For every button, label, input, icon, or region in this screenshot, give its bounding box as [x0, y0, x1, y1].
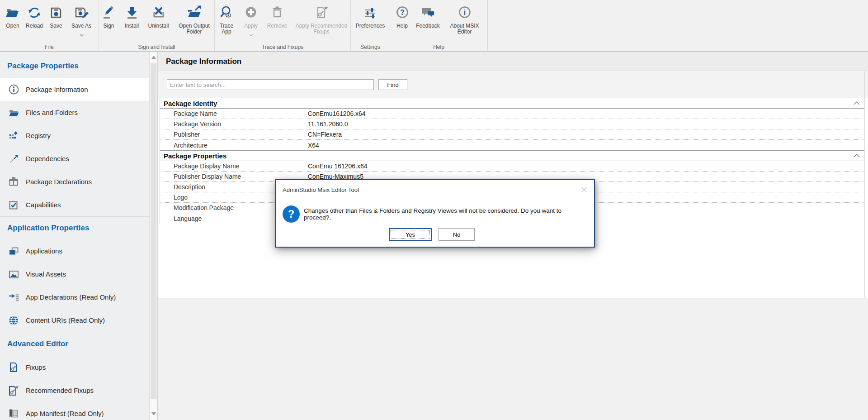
preferences-button[interactable]: Preferences	[352, 2, 388, 29]
sidebar-section-package-properties: Package Properties	[0, 52, 149, 78]
dialog-title-bar: AdminStudio Msix Editor Tool	[276, 180, 594, 196]
folder-icon	[7, 107, 20, 119]
sidebar-item-visual-assets[interactable]: Visual Assets	[0, 262, 149, 286]
ribbon-group-label-file: File	[0, 44, 99, 50]
sidebar-item-app-manifest[interactable]: App Manifest (Read Only)	[0, 402, 149, 420]
image-icon	[7, 268, 20, 280]
ribbon-toolbar: Open Reload Save Save As	[0, 0, 868, 52]
collapse-chevron-icon[interactable]	[853, 101, 860, 105]
trace-app-button[interactable]: Trace App	[214, 2, 239, 35]
apply-plus-icon	[244, 2, 258, 23]
sidebar-item-fixups[interactable]: Fixups	[0, 356, 149, 379]
help-question-icon: ?	[395, 2, 410, 23]
sidebar-scrollbar[interactable]	[149, 52, 157, 420]
search-bar: Find	[158, 71, 868, 98]
ribbon-group-label-trace-fixups: Trace and Fixups	[215, 44, 350, 50]
ribbon-group-label-settings: Settings	[351, 44, 390, 50]
ribbon-group-settings: Preferences Settings	[351, 0, 390, 51]
ribbon-group-trace-fixups: Trace App Apply Remove	[215, 0, 351, 51]
reload-icon	[27, 2, 42, 23]
save-button[interactable]: Save	[46, 2, 66, 33]
apply-button: Apply	[240, 2, 262, 35]
windows-icon	[7, 245, 20, 257]
content-right-gutter	[864, 71, 865, 298]
registry-icon	[7, 130, 20, 142]
info-icon	[7, 84, 20, 95]
uninstall-button[interactable]: Uninstall	[145, 2, 173, 35]
no-button[interactable]: No	[439, 228, 475, 241]
install-arrow-icon	[125, 2, 139, 23]
sidebar-item-dependencies[interactable]: Dependencies	[0, 147, 149, 170]
sidebar-section-application-properties: Application Properties	[0, 217, 149, 239]
table-row: Publisher CN=Flexera	[160, 129, 865, 140]
table-row: Package Display Name ConEmu 161206.x64	[160, 161, 865, 172]
collapse-chevron-icon[interactable]	[853, 153, 860, 158]
document-wrench-icon	[7, 362, 20, 373]
content-header: Package Information	[158, 52, 868, 71]
page-title: Package Information	[166, 57, 241, 66]
svg-text:i: i	[463, 9, 465, 16]
ribbon-group-label-help: Help	[390, 44, 487, 50]
svg-text:?: ?	[400, 9, 405, 16]
yes-button[interactable]: Yes	[389, 228, 432, 241]
sidebar-item-recommended-fixups[interactable]: Recommended Fixups	[0, 379, 149, 402]
sidebar-item-applications[interactable]: Applications	[0, 239, 149, 262]
sidebar-item-content-uris[interactable]: Content URIs (Read Only)	[0, 309, 149, 332]
apply-recommended-fixups-button: Apply Recommended Fixups	[292, 2, 351, 35]
ribbon-group-sign-install: Sign Install Uninstall Open Output Folde…	[99, 0, 215, 51]
trace-app-icon	[219, 2, 234, 23]
question-icon: ?	[283, 205, 300, 223]
sidebar-section-advanced-editor: Advanced Editor	[0, 332, 149, 356]
dialog-title: AdminStudio Msix Editor Tool	[283, 186, 359, 193]
open-output-folder-button[interactable]: Open Output Folder	[174, 2, 215, 35]
sign-pencil-icon	[102, 2, 116, 23]
uninstall-x-icon	[151, 2, 166, 23]
ribbon-spacer	[488, 0, 868, 51]
sign-button[interactable]: Sign	[99, 2, 119, 35]
sidebar-item-app-declarations[interactable]: App Declarations (Read Only)	[0, 286, 149, 309]
open-folder-icon	[5, 2, 20, 23]
content-footer-area	[158, 298, 868, 420]
feedback-button[interactable]: Feedback	[414, 2, 443, 35]
trash-icon	[270, 2, 284, 23]
sliders-icon	[363, 2, 377, 23]
dialog-body: ? Changes other than Files & Folders and…	[283, 205, 587, 223]
scroll-down-icon[interactable]	[151, 412, 156, 415]
sidebar-item-registry[interactable]: Registry	[0, 124, 149, 147]
about-msix-editor-button[interactable]: i About MSIX Editor	[443, 2, 486, 35]
scroll-up-icon[interactable]	[151, 56, 156, 59]
dialog-message: Changes other than Files & Folders and R…	[304, 207, 587, 221]
open-button[interactable]: Open	[3, 2, 23, 33]
document-wrench-star-icon	[7, 385, 20, 396]
arrow-list-icon	[7, 291, 20, 303]
remove-button: Remove	[263, 2, 291, 35]
sidebar-item-package-declarations[interactable]: Package Declarations	[0, 170, 149, 193]
save-as-button[interactable]: Save As	[67, 2, 96, 33]
search-input[interactable]	[167, 79, 374, 90]
info-circle-icon: i	[458, 2, 472, 23]
sidebar-item-package-information[interactable]: Package Information	[0, 78, 149, 101]
table-row: Package Name ConEmu161206.x64	[160, 109, 865, 119]
ribbon-group-label-sign-install: Sign and Install	[99, 44, 214, 50]
sidebar-item-capabilities[interactable]: Capabilities	[0, 193, 149, 216]
chevron-down-icon	[249, 30, 253, 33]
table-row: Architecture X64	[160, 140, 865, 150]
find-button[interactable]: Find	[378, 79, 407, 90]
dependencies-icon	[7, 153, 20, 165]
globe-icon	[7, 315, 20, 326]
manifest-list-icon	[7, 408, 20, 420]
ribbon-group-help: ? Help Feedback i About MSIX Editor Help	[390, 0, 488, 51]
reload-button[interactable]: Reload	[24, 2, 45, 33]
save-icon	[49, 2, 63, 23]
ribbon-group-file: Open Reload Save Save As	[0, 0, 99, 51]
gift-box-icon	[7, 176, 20, 188]
sidebar-item-files-and-folders[interactable]: Files and Folders	[0, 101, 149, 124]
scrollbar-thumb[interactable]	[151, 63, 156, 399]
chevron-down-icon	[80, 30, 84, 33]
document-wrench-star-icon	[314, 2, 329, 23]
sidebar-navigation: Package Properties Package Information F…	[0, 52, 149, 420]
close-icon[interactable]	[580, 185, 589, 194]
open-output-folder-icon	[187, 2, 202, 23]
install-button[interactable]: Install	[120, 2, 144, 35]
help-button[interactable]: ? Help	[392, 2, 413, 35]
